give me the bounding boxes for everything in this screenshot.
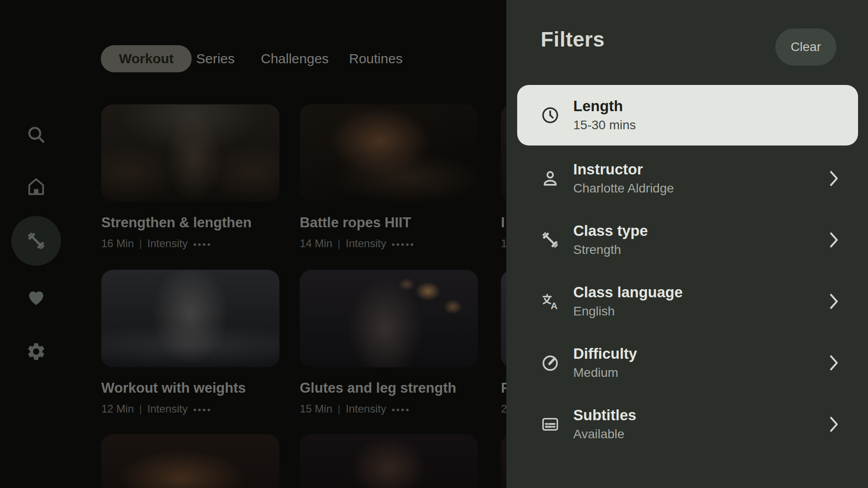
dumbbell-icon [540,230,561,250]
filter-row-difficulty[interactable]: Difficulty Medium [517,333,858,393]
chevron-right-icon [828,169,840,188]
workout-card-title: Workout with weights [101,381,279,396]
filter-value: Charlotte Aldridge [573,182,816,195]
workout-card-meta: 12 Min| Intensity •••• [101,403,279,415]
clock-icon [540,105,561,126]
sidebar-item-home[interactable] [11,162,61,211]
svg-text:A: A [551,300,557,311]
workout-card-image [300,434,478,488]
workout-card[interactable]: Battle ropes HIIT 14 Min| Intensity ••••… [300,104,478,250]
workout-card-title: Battle ropes HIIT [300,216,478,230]
home-icon [26,176,47,197]
workout-card[interactable]: Glutes and leg strength 15 Min| Intensit… [300,270,478,415]
gear-icon [26,341,47,362]
sidebar-item-settings[interactable] [11,327,61,376]
workout-card[interactable] [101,434,279,488]
filter-row-class-type[interactable]: Class type Strength [517,210,858,270]
filter-label: Difficulty [573,346,816,362]
filters-panel: Filters Clear Length 15-30 mins [506,0,868,488]
intensity-dots: •••• [193,238,212,249]
filter-row-length[interactable]: Length 15-30 mins [517,85,858,145]
filter-value: Medium [573,366,816,379]
tab-challenges[interactable]: Challenges [261,45,329,72]
filter-label: Class language [573,285,816,300]
workout-card-meta: 14 Min| Intensity ••••• [300,237,478,250]
sidebar-item-search[interactable] [11,110,61,160]
sidebar-item-favorites[interactable] [11,272,61,322]
chevron-right-icon [828,354,840,372]
filter-row-class-language[interactable]: A Class language English [517,271,858,332]
filter-label: Subtitles [573,408,816,423]
chevron-right-icon [828,231,840,249]
tab-challenges-label: Challenges [261,51,329,66]
workout-card[interactable]: Workout with weights 12 Min| Intensity •… [101,270,279,415]
workout-card[interactable]: Strengthen & lengthen 16 Min| Intensity … [101,104,279,250]
heart-icon [26,287,47,308]
tab-workout-label: Workout [119,51,174,66]
filter-label: Length [573,99,840,114]
chevron-right-icon [828,415,840,433]
filter-label: Class type [573,223,816,239]
intensity-dots: •••• [392,404,410,414]
tab-series[interactable]: Series [196,45,235,72]
chevron-right-icon [828,292,840,310]
workout-card[interactable] [300,434,478,488]
translate-icon: A [540,291,561,312]
subtitles-icon [540,414,561,435]
dumbbell-icon [26,230,47,251]
search-icon [26,124,47,145]
filter-value: Available [573,427,816,441]
workout-card-image [101,270,279,367]
tab-routines[interactable]: Routines [349,45,402,72]
tab-routines-label: Routines [349,51,402,66]
workout-card-meta: 16 Min| Intensity •••• [101,237,279,250]
filter-value: English [573,305,816,318]
filter-label: Instructor [573,162,816,178]
filter-row-subtitles[interactable]: Subtitles Available [517,394,858,455]
workout-card-image [300,270,478,367]
workout-card-title: Strengthen & lengthen [101,216,279,230]
fitness-app: Workout Series Challenges Routines Stren… [0,0,868,488]
filter-value: 15-30 mins [573,118,840,131]
filter-value: Strength [573,243,816,256]
intensity-dots: ••••• [392,238,415,249]
person-icon [540,168,561,189]
filters-title: Filters [541,27,605,52]
filter-row-instructor[interactable]: Instructor Charlotte Aldridge [517,148,858,209]
tab-workout[interactable]: Workout [101,45,192,72]
sidebar-nav [0,0,72,488]
intensity-dots: •••• [193,404,212,414]
workout-card-title: Glutes and leg strength [300,381,478,396]
clear-filters-button[interactable]: Clear [775,28,836,66]
gauge-icon [540,352,561,373]
workout-card-image [101,104,279,202]
workout-card-image [300,104,478,202]
sidebar-item-workouts[interactable] [11,216,61,266]
tab-series-label: Series [196,51,235,66]
workout-card-image [101,434,279,488]
workout-card-meta: 15 Min| Intensity •••• [300,403,478,415]
